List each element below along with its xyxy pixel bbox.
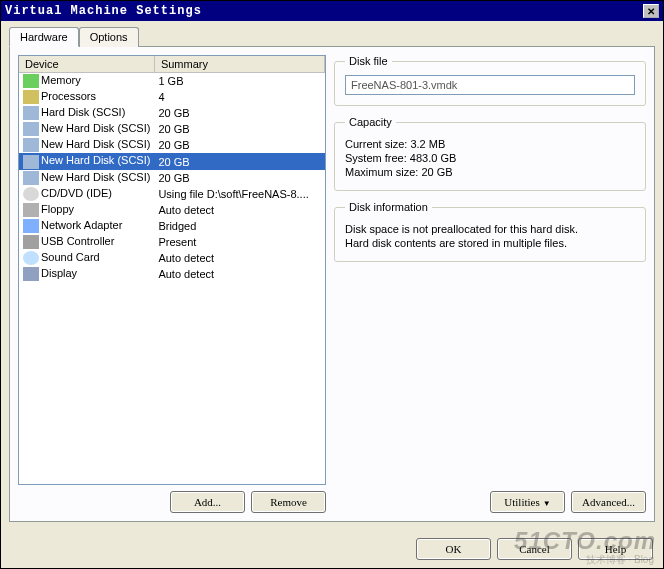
table-row[interactable]: Hard Disk (SCSI)20 GB	[19, 105, 325, 121]
close-button[interactable]: ✕	[643, 4, 659, 18]
disk-file-group: Disk file FreeNAS-801-3.vmdk	[334, 55, 646, 106]
device-summary: Present	[154, 234, 324, 250]
maximum-size: Maximum size: 20 GB	[345, 166, 635, 178]
ok-button[interactable]: OK	[416, 538, 491, 560]
table-row[interactable]: Processors4	[19, 89, 325, 105]
device-name: Hard Disk (SCSI)	[41, 106, 125, 118]
dialog-buttons: OK Cancel Help	[1, 530, 663, 568]
disk-file-field: FreeNAS-801-3.vmdk	[345, 75, 635, 95]
col-summary[interactable]: Summary	[154, 56, 324, 73]
window-body: Hardware Options Device Summary Memory1 …	[1, 21, 663, 530]
usb-icon	[23, 235, 39, 249]
right-pane: Disk file FreeNAS-801-3.vmdk Capacity Cu…	[334, 55, 646, 513]
disk-info-line2: Hard disk contents are stored in multipl…	[345, 237, 635, 249]
tab-options[interactable]: Options	[79, 27, 139, 47]
sound-icon	[23, 251, 39, 265]
disk-info-line1: Disk space is not preallocated for this …	[345, 223, 635, 235]
device-name: CD/DVD (IDE)	[41, 187, 112, 199]
table-row[interactable]: Network AdapterBridged	[19, 218, 325, 234]
system-free: System free: 483.0 GB	[345, 152, 635, 164]
table-row[interactable]: New Hard Disk (SCSI)20 GB	[19, 153, 325, 169]
device-summary: Bridged	[154, 218, 324, 234]
cancel-button[interactable]: Cancel	[497, 538, 572, 560]
device-name: Memory	[41, 74, 81, 86]
table-row[interactable]: CD/DVD (IDE)Using file D:\soft\FreeNAS-8…	[19, 186, 325, 202]
col-device[interactable]: Device	[19, 56, 154, 73]
device-name: Display	[41, 267, 77, 279]
table-row[interactable]: New Hard Disk (SCSI)20 GB	[19, 121, 325, 137]
device-summary: Auto detect	[154, 250, 324, 266]
device-summary: 20 GB	[154, 170, 324, 186]
device-name: New Hard Disk (SCSI)	[41, 138, 150, 150]
device-name: USB Controller	[41, 235, 114, 247]
device-name: New Hard Disk (SCSI)	[41, 122, 150, 134]
capacity-legend: Capacity	[345, 116, 396, 128]
capacity-group: Capacity Current size: 3.2 MB System fre…	[334, 116, 646, 191]
device-summary: 20 GB	[154, 153, 324, 169]
table-row[interactable]: Sound CardAuto detect	[19, 250, 325, 266]
table-row[interactable]: New Hard Disk (SCSI)20 GB	[19, 137, 325, 153]
device-summary: 20 GB	[154, 121, 324, 137]
table-row[interactable]: Memory1 GB	[19, 73, 325, 90]
vm-settings-window: Virtual Machine Settings ✕ Hardware Opti…	[0, 0, 664, 569]
table-row[interactable]: FloppyAuto detect	[19, 202, 325, 218]
chevron-down-icon: ▼	[543, 499, 551, 508]
network-icon	[23, 219, 39, 233]
device-summary: 20 GB	[154, 137, 324, 153]
device-name: Sound Card	[41, 251, 100, 263]
cd-icon	[23, 187, 39, 201]
harddisk-icon	[23, 138, 39, 152]
device-summary: 4	[154, 89, 324, 105]
disk-info-legend: Disk information	[345, 201, 432, 213]
left-pane: Device Summary Memory1 GBProcessors4Hard…	[18, 55, 326, 513]
device-name: New Hard Disk (SCSI)	[41, 171, 150, 183]
harddisk-icon	[23, 171, 39, 185]
table-row[interactable]: USB ControllerPresent	[19, 234, 325, 250]
harddisk-icon	[23, 106, 39, 120]
window-title: Virtual Machine Settings	[5, 4, 643, 18]
device-summary: Auto detect	[154, 266, 324, 282]
memory-icon	[23, 74, 39, 88]
help-button[interactable]: Help	[578, 538, 653, 560]
remove-button[interactable]: Remove	[251, 491, 326, 513]
advanced-button[interactable]: Advanced...	[571, 491, 646, 513]
device-name: Network Adapter	[41, 219, 122, 231]
disk-information-group: Disk information Disk space is not preal…	[334, 201, 646, 262]
harddisk-icon	[23, 155, 39, 169]
harddisk-icon	[23, 122, 39, 136]
utilities-button[interactable]: Utilities▼	[490, 491, 565, 513]
current-size: Current size: 3.2 MB	[345, 138, 635, 150]
device-summary: 1 GB	[154, 73, 324, 90]
device-summary: Auto detect	[154, 202, 324, 218]
tabs: Hardware Options	[9, 27, 655, 47]
tab-hardware[interactable]: Hardware	[9, 27, 79, 47]
titlebar: Virtual Machine Settings ✕	[1, 1, 663, 21]
disk-file-legend: Disk file	[345, 55, 392, 67]
table-row[interactable]: New Hard Disk (SCSI)20 GB	[19, 170, 325, 186]
device-summary: 20 GB	[154, 105, 324, 121]
table-row[interactable]: DisplayAuto detect	[19, 266, 325, 282]
device-list[interactable]: Device Summary Memory1 GBProcessors4Hard…	[18, 55, 326, 485]
display-icon	[23, 267, 39, 281]
device-name: Processors	[41, 90, 96, 102]
device-name: Floppy	[41, 203, 74, 215]
floppy-icon	[23, 203, 39, 217]
device-summary: Using file D:\soft\FreeNAS-8....	[154, 186, 324, 202]
cpu-icon	[23, 90, 39, 104]
tab-page-hardware: Device Summary Memory1 GBProcessors4Hard…	[9, 46, 655, 522]
device-name: New Hard Disk (SCSI)	[41, 154, 150, 166]
add-button[interactable]: Add...	[170, 491, 245, 513]
